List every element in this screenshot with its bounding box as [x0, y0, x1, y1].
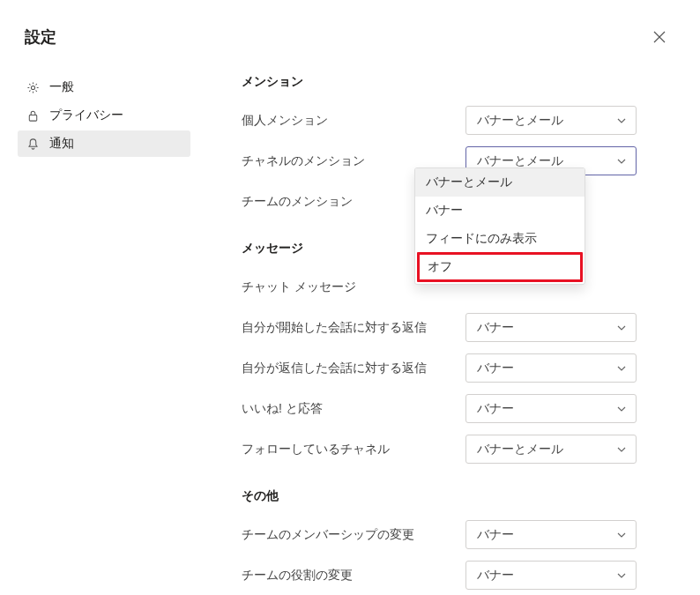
row-followed-channel: フォローしているチャネル バナーとメール: [242, 435, 674, 464]
sidebar-item-label: 通知: [49, 136, 74, 152]
dropdown-item-feed-only[interactable]: フィードにのみ表示: [415, 225, 585, 253]
svg-point-0: [31, 86, 34, 89]
row-label: チームの役割の変更: [242, 568, 465, 584]
close-icon: [653, 31, 666, 43]
row-membership-change: チームのメンバーシップの変更 バナー: [242, 520, 674, 549]
select-role-change[interactable]: バナー: [465, 561, 637, 590]
dropdown-item-banner[interactable]: バナー: [415, 197, 585, 225]
chevron-down-icon: [616, 444, 627, 455]
select-personal-mention[interactable]: バナーとメール: [465, 106, 637, 135]
chevron-down-icon: [616, 530, 627, 540]
sidebar-item-general[interactable]: 一般: [18, 74, 190, 100]
settings-main-panel: メンション 個人メンション バナーとメール チャネルのメンション バナーとメール: [190, 74, 674, 595]
select-membership-change[interactable]: バナー: [465, 520, 637, 549]
select-value: バナー: [477, 527, 611, 543]
sidebar-item-privacy[interactable]: プライバシー: [18, 102, 190, 129]
chevron-down-icon: [616, 156, 627, 167]
select-value: バナーとメール: [477, 113, 611, 129]
chevron-down-icon: [616, 404, 627, 414]
close-button[interactable]: [652, 30, 666, 44]
row-label: フォローしているチャネル: [242, 442, 465, 457]
chevron-down-icon: [616, 115, 627, 126]
row-role-change: チームの役割の変更 バナー: [242, 561, 674, 590]
sidebar-item-label: 一般: [49, 79, 74, 95]
row-label: 個人メンション: [242, 113, 465, 129]
row-label: チャネルのメンション: [242, 153, 465, 169]
section-other: その他 チームのメンバーシップの変更 バナー チームの役割の変更 バナー: [242, 488, 674, 595]
select-value: バナー: [477, 568, 611, 584]
select-value: バナー: [477, 320, 611, 336]
dropdown-item-banner-and-mail[interactable]: バナーとメール: [415, 168, 585, 197]
row-reply-replied: 自分が返信した会話に対する返信 バナー: [242, 353, 674, 383]
select-reply-replied[interactable]: バナー: [465, 353, 637, 383]
svg-rect-1: [29, 115, 36, 121]
row-likes: いいね! と応答 バナー: [242, 394, 674, 423]
bell-icon: [25, 136, 41, 152]
lock-icon: [25, 108, 41, 123]
select-value: バナーとメール: [477, 442, 611, 457]
select-value: バナー: [477, 401, 611, 417]
chevron-down-icon: [616, 363, 627, 374]
select-followed-channel[interactable]: バナーとメール: [465, 435, 637, 464]
select-reply-started[interactable]: バナー: [465, 313, 637, 342]
gear-icon: [25, 79, 41, 95]
select-likes[interactable]: バナー: [465, 394, 637, 423]
section-header: その他: [242, 488, 674, 504]
row-label: 自分が返信した会話に対する返信: [242, 361, 465, 376]
select-value: バナー: [477, 361, 611, 376]
chevron-down-icon: [616, 323, 627, 333]
sidebar-item-label: プライバシー: [49, 108, 123, 123]
chevron-down-icon: [616, 570, 627, 581]
row-label: いいね! と応答: [242, 401, 465, 417]
section-header: メンション: [242, 74, 674, 90]
row-personal-mention: 個人メンション バナーとメール: [242, 106, 674, 135]
dropdown-item-off[interactable]: オフ: [417, 252, 583, 282]
row-reply-started: 自分が開始した会話に対する返信 バナー: [242, 313, 674, 342]
settings-dialog: 設定 一般 プライバシー 通知: [0, 0, 700, 595]
select-value: バナーとメール: [477, 153, 611, 169]
row-label: 自分が開始した会話に対する返信: [242, 320, 465, 336]
dropdown-channel-mention: バナーとメール バナー フィードにのみ表示 オフ: [414, 167, 585, 285]
row-label: チームのメンバーシップの変更: [242, 527, 465, 543]
sidebar-item-notifications[interactable]: 通知: [18, 130, 190, 157]
settings-sidebar: 一般 プライバシー 通知: [18, 74, 190, 595]
page-title: 設定: [25, 26, 674, 48]
